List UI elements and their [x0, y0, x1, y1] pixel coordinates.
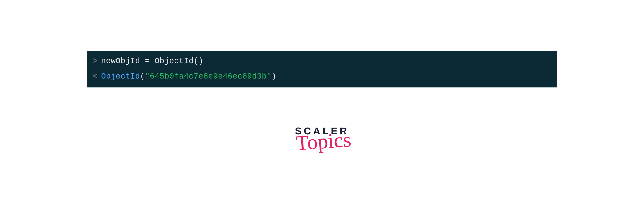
output-prompt-icon: <: [93, 70, 98, 83]
console-input-command: newObjId = ObjectId(): [101, 55, 204, 68]
input-prompt-icon: >: [93, 55, 98, 68]
watermark-subbrand: Topics: [295, 129, 352, 154]
console-output-line: < ObjectId("645b0fa4c7e8e9e46ec89d3b"): [93, 70, 551, 83]
watermark-logo: SCALER Topics: [294, 125, 350, 152]
output-function-name: ObjectId: [101, 72, 140, 81]
console-output-value: ObjectId("645b0fa4c7e8e9e46ec89d3b"): [101, 70, 276, 83]
console-panel: > newObjId = ObjectId() < ObjectId("645b…: [87, 51, 557, 87]
console-input-line: > newObjId = ObjectId(): [93, 55, 551, 68]
output-paren-close: ): [272, 72, 276, 81]
output-paren-open: (: [140, 72, 145, 81]
output-string-literal: "645b0fa4c7e8e9e46ec89d3b": [145, 72, 272, 81]
